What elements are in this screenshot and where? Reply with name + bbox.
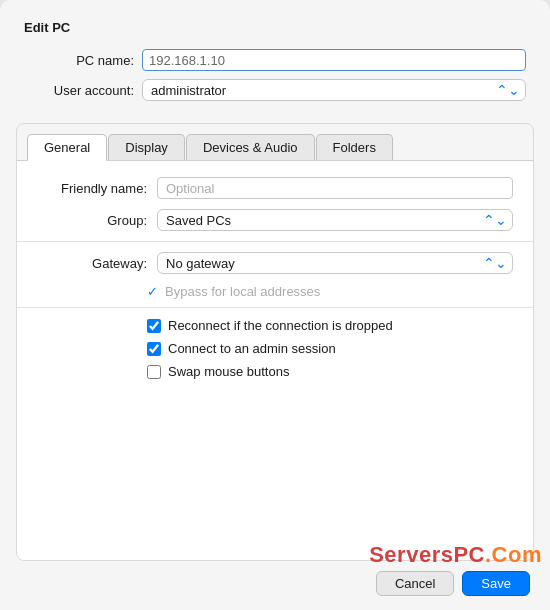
- tab-general[interactable]: General: [27, 134, 107, 161]
- gateway-label: Gateway:: [37, 256, 147, 271]
- group-row: Group: Saved PCs None ⌃⌄: [17, 209, 533, 231]
- user-account-select-wrapper: administrator ⌃⌄: [142, 79, 526, 101]
- swap-mouse-checkbox[interactable]: [147, 365, 161, 379]
- bypass-row: ✓ Bypass for local addresses: [17, 284, 533, 299]
- gateway-select-wrapper: No gateway ⌃⌄: [157, 252, 513, 274]
- pc-name-row: PC name:: [24, 49, 526, 71]
- tab-devices-audio[interactable]: Devices & Audio: [186, 134, 315, 160]
- tabs-section: General Display Devices & Audio Folders …: [16, 123, 534, 561]
- cancel-button[interactable]: Cancel: [376, 571, 454, 596]
- group-label: Group:: [37, 213, 147, 228]
- reconnect-label: Reconnect if the connection is dropped: [168, 318, 393, 333]
- save-button[interactable]: Save: [462, 571, 530, 596]
- user-account-row: User account: administrator ⌃⌄: [24, 79, 526, 101]
- reconnect-checkbox[interactable]: [147, 319, 161, 333]
- dialog-title: Edit PC: [0, 20, 550, 49]
- admin-session-row: Connect to an admin session: [17, 341, 533, 356]
- tab-display[interactable]: Display: [108, 134, 185, 160]
- admin-session-label: Connect to an admin session: [168, 341, 336, 356]
- friendly-name-row: Friendly name:: [17, 177, 533, 199]
- divider-2: [17, 307, 533, 308]
- pc-name-label: PC name:: [24, 53, 134, 68]
- gateway-select[interactable]: No gateway: [157, 252, 513, 274]
- admin-session-checkbox[interactable]: [147, 342, 161, 356]
- divider-1: [17, 241, 533, 242]
- general-tab-content: Friendly name: Group: Saved PCs None ⌃⌄ …: [17, 161, 533, 560]
- friendly-name-input[interactable]: [157, 177, 513, 199]
- group-select-wrapper: Saved PCs None ⌃⌄: [157, 209, 513, 231]
- swap-mouse-label: Swap mouse buttons: [168, 364, 289, 379]
- group-select[interactable]: Saved PCs None: [157, 209, 513, 231]
- top-fields: PC name: User account: administrator ⌃⌄: [0, 49, 550, 109]
- bypass-label: Bypass for local addresses: [165, 284, 320, 299]
- edit-pc-dialog: Edit PC PC name: User account: administr…: [0, 0, 550, 610]
- tab-folders[interactable]: Folders: [316, 134, 393, 160]
- friendly-name-label: Friendly name:: [37, 181, 147, 196]
- dialog-footer: Cancel Save: [0, 561, 550, 610]
- tabs-bar: General Display Devices & Audio Folders: [17, 124, 533, 161]
- pc-name-input[interactable]: [142, 49, 526, 71]
- reconnect-row: Reconnect if the connection is dropped: [17, 318, 533, 333]
- gateway-row: Gateway: No gateway ⌃⌄: [17, 252, 533, 274]
- bypass-checkmark-icon: ✓: [147, 284, 158, 299]
- user-account-label: User account:: [24, 83, 134, 98]
- user-account-select[interactable]: administrator: [142, 79, 526, 101]
- swap-mouse-row: Swap mouse buttons: [17, 364, 533, 379]
